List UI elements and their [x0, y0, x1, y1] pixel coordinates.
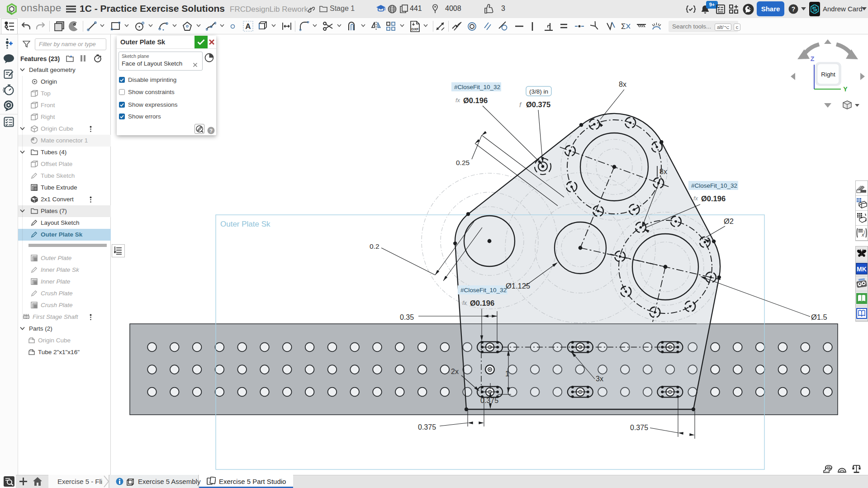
svg-text:(3/8) in: (3/8) in	[529, 88, 548, 95]
svg-text:Ø0.375: Ø0.375	[526, 100, 550, 109]
svg-text:Ø0.196: Ø0.196	[470, 299, 494, 307]
svg-text:8x: 8x	[659, 168, 667, 175]
svg-text:): )	[863, 230, 865, 234]
svg-text:#CloseFit_10_32: #CloseFit_10_32	[460, 287, 507, 294]
svg-text:fx: fx	[455, 97, 460, 104]
svg-text:Ø0.196: Ø0.196	[701, 194, 726, 203]
svg-text:#CloseFit_10_32: #CloseFit_10_32	[454, 84, 500, 90]
svg-text:Ø0.196: Ø0.196	[463, 96, 488, 104]
svg-text:Ø2: Ø2	[724, 217, 734, 225]
svg-text:?: ?	[792, 5, 796, 13]
svg-text:1: 1	[505, 370, 509, 378]
svg-text:A: A	[245, 22, 251, 31]
svg-text:Ø1.125: Ø1.125	[506, 282, 530, 290]
svg-text:Ø1.5: Ø1.5	[811, 313, 827, 321]
svg-text:Y: Y	[843, 85, 848, 93]
svg-text:MK: MK	[857, 265, 867, 273]
svg-text:fx: fx	[693, 195, 698, 202]
svg-text:8x: 8x	[619, 81, 626, 88]
svg-text:Σ: Σ	[621, 22, 626, 31]
svg-text:Right: Right	[821, 71, 835, 78]
svg-text:0.375: 0.375	[418, 423, 436, 431]
svg-text:0.2: 0.2	[370, 242, 379, 250]
svg-text:fx: fx	[462, 299, 467, 306]
svg-text:0.375: 0.375	[630, 424, 648, 431]
svg-text:?: ?	[209, 128, 213, 133]
svg-text:Z: Z	[811, 55, 815, 62]
svg-text:#CloseFit_10_32: #CloseFit_10_32	[691, 182, 737, 189]
svg-text:f: f	[519, 101, 522, 109]
svg-text:0.25: 0.25	[456, 159, 470, 166]
svg-text:2x: 2x	[451, 368, 459, 375]
svg-text:3x: 3x	[596, 375, 603, 383]
svg-text:Outer Plate Sk: Outer Plate Sk	[220, 220, 270, 228]
svg-text:0.35: 0.35	[400, 313, 414, 321]
svg-text:DXF: DXF	[412, 27, 419, 31]
